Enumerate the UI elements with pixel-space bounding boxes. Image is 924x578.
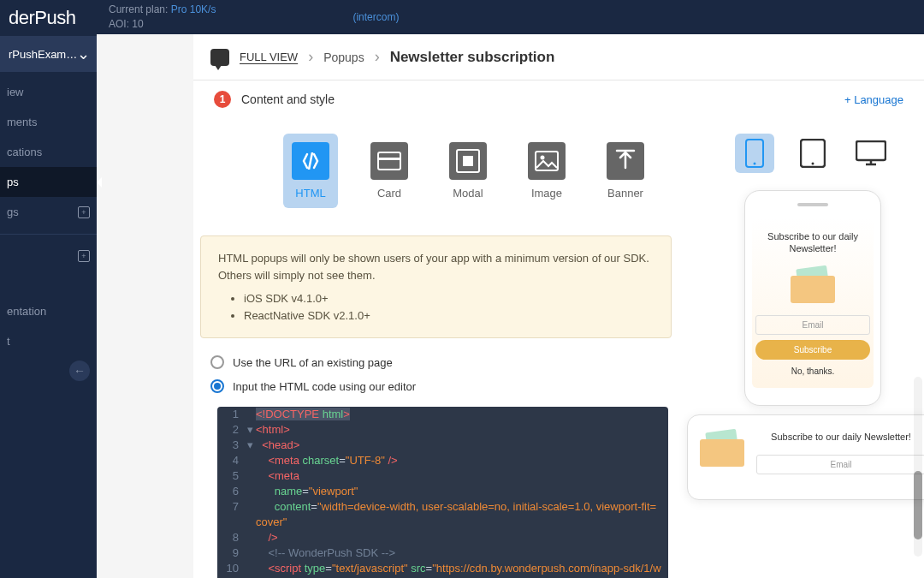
nav-segments[interactable]: ments (0, 107, 97, 137)
preview-title: Subscribe to our daily Newsletter! (755, 230, 870, 255)
main-content: FULL VIEW › Popups › Newsletter subscrip… (193, 34, 924, 578)
nav-support[interactable]: t (0, 326, 97, 356)
section-header: 1 Content and style + Language (193, 80, 924, 118)
sidebar: derPush rPushExam… ⌄ iew ments cations p… (0, 0, 97, 578)
plan-link[interactable]: Pro 10K/s (171, 3, 216, 15)
device-desktop[interactable] (851, 134, 891, 173)
breadcrumb: FULL VIEW › Popups › Newsletter subscrip… (193, 34, 924, 80)
header: Current plan: Pro 10K/s AOI: 10 (interco… (97, 0, 924, 34)
section-title: Content and style (241, 92, 335, 106)
envelope-icon (791, 267, 835, 303)
radio-use-editor[interactable]: Input the HTML code using our editor (210, 374, 661, 398)
logo: derPush (0, 0, 97, 36)
phone-icon (745, 139, 764, 168)
nav: iew ments cations ps gs+ + entation t (0, 72, 97, 578)
nav-empty[interactable]: + (0, 241, 97, 271)
type-selector: HTML Card Modal Image (193, 118, 678, 223)
preview-email-tablet[interactable]: Email (756, 455, 924, 474)
aoi-label: AOI: 10 (109, 17, 216, 32)
modal-icon (449, 142, 487, 180)
code-icon (292, 142, 329, 180)
sdk-ios: iOS SDK v4.1.0+ (244, 290, 654, 307)
app-selector[interactable]: rPushExam… ⌄ (0, 36, 97, 72)
svg-rect-0 (378, 152, 400, 170)
svg-point-10 (812, 163, 814, 165)
preview-title-tablet: Subscribe to our daily Newsletter! (756, 431, 924, 443)
intercom-link[interactable]: (intercom) (352, 11, 399, 23)
envelope-icon (700, 431, 744, 467)
type-banner[interactable]: Banner (598, 134, 653, 208)
type-card[interactable]: Card (362, 134, 417, 208)
device-tablet[interactable] (793, 134, 832, 173)
breadcrumb-popups[interactable]: Popups (323, 51, 364, 64)
app-name: rPushExam… (9, 48, 77, 61)
svg-rect-1 (378, 158, 400, 160)
add-language-link[interactable]: + Language (844, 93, 903, 106)
tablet-preview: Subscribe to our daily Newsletter! Email (687, 414, 924, 500)
nav-documentation[interactable]: entation (0, 296, 97, 326)
breadcrumb-current: Newsletter subscription (390, 49, 555, 66)
device-phone[interactable] (735, 134, 774, 173)
radio-use-url[interactable]: Use the URL of an existing page (210, 350, 661, 374)
tablet-icon (800, 139, 826, 168)
nav-notifications[interactable]: cations (0, 137, 97, 167)
type-html[interactable]: HTML (283, 134, 338, 208)
preview-no-thanks[interactable]: No, thanks. (755, 366, 870, 376)
breadcrumb-fullview[interactable]: FULL VIEW (240, 51, 298, 63)
scrollbar[interactable] (914, 377, 922, 557)
banner-icon (607, 142, 644, 180)
svg-point-8 (754, 163, 756, 165)
desktop-icon (856, 140, 886, 166)
plus-box-icon: + (78, 250, 90, 262)
svg-rect-4 (536, 152, 558, 170)
collapse-sidebar-button[interactable]: ← (69, 361, 90, 381)
code-editor[interactable]: 1 <!DOCTYPE html>2▾<html>3▾ <head>4 <met… (217, 407, 668, 578)
nav-overview[interactable]: iew (0, 77, 97, 107)
image-icon (528, 142, 566, 180)
plan-label: Current plan: (109, 3, 168, 15)
svg-rect-3 (463, 156, 473, 166)
card-icon (370, 142, 408, 180)
type-image[interactable]: Image (519, 134, 574, 208)
phone-preview: Subscribe to our daily Newsletter! Email… (744, 190, 881, 406)
comment-icon[interactable] (210, 49, 229, 66)
svg-rect-11 (856, 141, 886, 160)
chevron-down-icon: ⌄ (77, 45, 90, 63)
sdk-info-box: HTML popups will only be shown users of … (200, 235, 672, 338)
arrow-left-icon: ← (74, 364, 86, 378)
nav-settings[interactable]: gs+ (0, 197, 97, 227)
preview-email-input[interactable]: Email (755, 315, 870, 335)
nav-popups[interactable]: ps (0, 167, 97, 197)
sdk-rn: ReactNative SDK v2.1.0+ (244, 307, 654, 325)
preview-subscribe-button[interactable]: Subscribe (755, 340, 870, 360)
plus-box-icon: + (78, 206, 90, 218)
svg-point-5 (541, 156, 545, 160)
type-modal[interactable]: Modal (441, 134, 495, 208)
step-badge: 1 (214, 91, 231, 108)
device-tabs (687, 134, 924, 173)
